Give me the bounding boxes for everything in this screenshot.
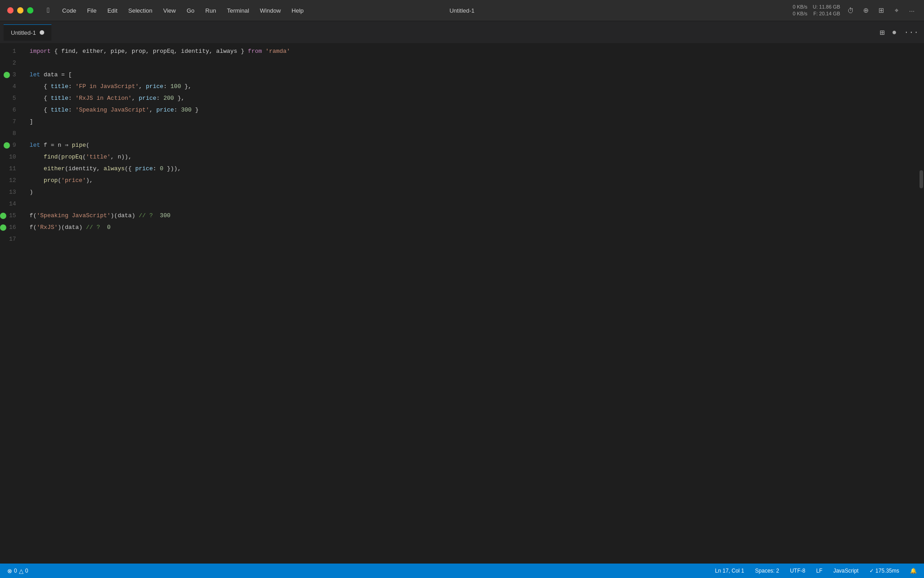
- tabs-container: Untitled-1: [4, 24, 51, 41]
- position-label: Ln 17, Col 1: [715, 568, 744, 574]
- breakpoint-indicator[interactable]: [0, 213, 6, 219]
- tab-bar: Untitled-1 ⊞ ● ···: [0, 21, 924, 44]
- menu-bar:  Code File Edit Selection View Go Run T…: [42, 5, 308, 16]
- eol-label: LF: [816, 568, 822, 574]
- clock-icon[interactable]: ⏱: [845, 5, 855, 15]
- line-number: 12: [0, 175, 21, 186]
- tab-actions: ⊞ ● ···: [878, 26, 920, 39]
- menu-code[interactable]: Code: [58, 5, 81, 16]
- line-number: 4: [0, 81, 21, 93]
- timing-status[interactable]: ✓ 175.35ms: [868, 567, 901, 575]
- title-bar-left:  Code File Edit Selection View Go Run T…: [7, 5, 308, 16]
- line-ending[interactable]: LF: [814, 567, 824, 575]
- breakpoint-indicator[interactable]: [4, 72, 10, 78]
- code-line[interactable]: ]: [30, 116, 919, 128]
- traffic-lights: [7, 7, 33, 14]
- title-bar:  Code File Edit Selection View Go Run T…: [0, 0, 924, 21]
- line-number: 13: [0, 186, 21, 198]
- encoding-label: UTF-8: [790, 568, 805, 574]
- line-number: 3: [0, 69, 21, 81]
- error-icon: ⊗: [7, 568, 12, 574]
- encoding[interactable]: UTF-8: [788, 567, 807, 575]
- tab-label: Untitled-1: [11, 29, 36, 36]
- cursor-icon[interactable]: ⌖: [892, 5, 901, 15]
- window-title: Untitled-1: [449, 7, 475, 14]
- spaces-label: Spaces: 2: [755, 568, 779, 574]
- language-label: JavaScript: [833, 568, 859, 574]
- more-tab-button[interactable]: ···: [902, 26, 920, 39]
- code-line[interactable]: f('Speaking JavaScript')(data) // ? 300: [30, 210, 919, 222]
- code-line[interactable]: either(identity, always({ price: 0 })),: [30, 163, 919, 175]
- title-bar-right: 0 KB/s 0 KB/s U: 11.86 GB F: 20.14 GB ⏱ …: [793, 4, 917, 18]
- scrollbar-track[interactable]: [919, 44, 924, 564]
- line-number: 1: [0, 46, 21, 57]
- code-line[interactable]: import { find, either, pipe, prop, propE…: [30, 46, 919, 57]
- line-number: 16: [0, 222, 21, 233]
- tab-dot: [40, 30, 44, 35]
- code-line[interactable]: find(propEq('title', n)),: [30, 151, 919, 163]
- line-number: 17: [0, 233, 21, 245]
- line-number: 7: [0, 116, 21, 128]
- code-line[interactable]: [30, 198, 919, 210]
- line-numbers: 1234567891011121314151617: [0, 44, 25, 564]
- code-line[interactable]: [30, 57, 919, 69]
- status-bar: ⊗ 0 △ 0 Ln 17, Col 1 Spaces: 2 UTF-8 LF …: [0, 564, 924, 578]
- code-line[interactable]: { title: 'RxJS in Action', price: 200 },: [30, 93, 919, 104]
- line-number: 10: [0, 151, 21, 163]
- editor-area: 1234567891011121314151617 import { find,…: [0, 44, 924, 564]
- apple-menu[interactable]: : [42, 5, 54, 16]
- network-stats: 0 KB/s 0 KB/s: [793, 4, 807, 18]
- code-editor[interactable]: import { find, either, pipe, prop, propE…: [25, 44, 919, 564]
- more-icon[interactable]: ···: [907, 5, 917, 15]
- menu-view[interactable]: View: [159, 5, 180, 16]
- warning-icon: △: [19, 568, 23, 574]
- layout-icon[interactable]: ⊞: [876, 5, 886, 15]
- line-number: 2: [0, 57, 21, 69]
- menu-run[interactable]: Run: [201, 5, 221, 16]
- breakpoint-indicator[interactable]: [4, 142, 10, 149]
- menu-file[interactable]: File: [83, 5, 101, 16]
- errors-status[interactable]: ⊗ 0 △ 0: [5, 567, 30, 575]
- error-count: 0: [14, 568, 17, 574]
- code-line[interactable]: [30, 233, 919, 245]
- line-number: 14: [0, 198, 21, 210]
- language-mode[interactable]: JavaScript: [832, 567, 860, 575]
- code-line[interactable]: { title: 'FP in JavaScript', price: 100 …: [30, 81, 919, 93]
- code-line[interactable]: let f = n ⇒ pipe(: [30, 140, 919, 151]
- line-number: 6: [0, 104, 21, 116]
- warning-count: 0: [25, 568, 28, 574]
- menu-edit[interactable]: Edit: [103, 5, 122, 16]
- line-number: 9: [0, 140, 21, 151]
- menu-selection[interactable]: Selection: [124, 5, 157, 16]
- circle-button[interactable]: ●: [890, 26, 899, 39]
- line-number: 5: [0, 93, 21, 104]
- notification-icon[interactable]: 🔔: [908, 567, 919, 575]
- menu-help[interactable]: Help: [287, 5, 308, 16]
- code-line[interactable]: prop('price'),: [30, 175, 919, 186]
- menu-terminal[interactable]: Terminal: [222, 5, 254, 16]
- line-number: 15: [0, 210, 21, 222]
- menu-go[interactable]: Go: [182, 5, 199, 16]
- cursor-position[interactable]: Ln 17, Col 1: [713, 567, 746, 575]
- minimize-button[interactable]: [17, 7, 23, 14]
- line-number: 11: [0, 163, 21, 175]
- close-button[interactable]: [7, 7, 14, 14]
- share-icon[interactable]: ⊕: [861, 5, 871, 15]
- split-editor-button[interactable]: ⊞: [878, 26, 887, 39]
- menu-window[interactable]: Window: [255, 5, 285, 16]
- breakpoint-indicator[interactable]: [0, 224, 6, 231]
- code-line[interactable]: { title: 'Speaking JavaScript', price: 3…: [30, 104, 919, 116]
- system-stats: U: 11.86 GB F: 20.14 GB: [813, 4, 840, 18]
- timing-label: ✓ 175.35ms: [869, 568, 899, 574]
- code-line[interactable]: f('RxJS')(data) // ? 0: [30, 222, 919, 233]
- code-line[interactable]: let data = [: [30, 69, 919, 81]
- line-number: 8: [0, 128, 21, 140]
- maximize-button[interactable]: [27, 7, 33, 14]
- status-right: Ln 17, Col 1 Spaces: 2 UTF-8 LF JavaScri…: [713, 567, 919, 575]
- indentation[interactable]: Spaces: 2: [753, 567, 781, 575]
- bell-icon: 🔔: [910, 568, 917, 574]
- scrollbar-thumb[interactable]: [919, 170, 923, 188]
- tab-untitled-1[interactable]: Untitled-1: [4, 24, 51, 41]
- code-line[interactable]: [30, 128, 919, 140]
- code-line[interactable]: ): [30, 186, 919, 198]
